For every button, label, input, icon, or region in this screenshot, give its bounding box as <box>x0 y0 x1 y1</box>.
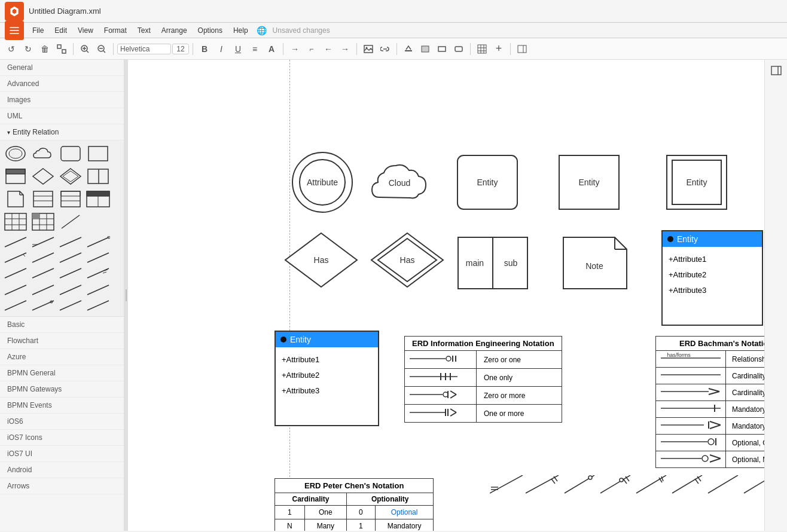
grid-button[interactable] <box>474 41 490 57</box>
menu-view[interactable]: View <box>73 25 98 36</box>
italic-button[interactable]: I <box>213 41 229 57</box>
er-line-1[interactable] <box>2 235 29 249</box>
er-shape-split[interactable] <box>85 166 111 187</box>
attribute-shape[interactable]: Attribute <box>289 149 355 215</box>
bold-button[interactable]: B <box>197 41 212 57</box>
menu-help[interactable]: Help <box>228 25 253 36</box>
zoom-in-button[interactable] <box>77 41 93 57</box>
note-shape[interactable]: Note <box>562 236 628 290</box>
er-line-5[interactable] <box>2 250 29 265</box>
er-shape-note[interactable] <box>2 188 29 210</box>
zoom-out-button[interactable] <box>94 41 109 57</box>
align-button[interactable]: ≡ <box>247 41 263 57</box>
font-color-button[interactable]: A <box>264 41 279 57</box>
menu-arrange[interactable]: Arrange <box>157 25 192 36</box>
er-shape-cloud[interactable] <box>30 143 56 164</box>
font-selector[interactable] <box>117 44 171 54</box>
er-shape-entity2[interactable] <box>85 143 111 164</box>
er-line-19[interactable] <box>57 298 84 313</box>
entity-attrs-shape-left[interactable]: Entity +Attribute1 +Attribute2 +Attribut… <box>274 331 379 426</box>
er-line-9[interactable] <box>2 266 29 280</box>
line-color-button[interactable] <box>401 41 416 57</box>
er-line-17[interactable] <box>2 298 29 313</box>
delete-button[interactable]: 🗑 <box>37 41 53 57</box>
er-shape-list2[interactable] <box>57 188 84 210</box>
er-line-16[interactable] <box>85 283 111 297</box>
er-shape-grid1[interactable] <box>2 211 29 233</box>
font-size[interactable] <box>172 44 189 54</box>
menu-file[interactable]: File <box>28 25 48 36</box>
er-line-12[interactable] <box>85 266 111 280</box>
sidebar-item-images[interactable]: Images <box>0 92 124 108</box>
entity-rounded-shape[interactable]: Entity <box>454 149 520 215</box>
arrow-left-button[interactable]: ← <box>321 41 336 57</box>
er-line-20[interactable] <box>85 298 111 313</box>
redo-button[interactable]: ↻ <box>20 41 36 57</box>
er-line-15[interactable] <box>57 283 84 297</box>
er-shape-entity1[interactable] <box>57 143 84 164</box>
right-panel-btn1[interactable] <box>768 62 785 79</box>
entity-attrs-shape-right[interactable]: Entity +Attribute1 +Attribute2 +Attribut… <box>661 230 763 326</box>
link-button[interactable] <box>377 41 393 57</box>
sidebar-item-arrows[interactable]: Arrows <box>0 478 124 494</box>
sidebar-item-ios6[interactable]: iOS6 <box>0 414 124 430</box>
sidebar-item-advanced[interactable]: Advanced <box>0 76 124 92</box>
underline-button[interactable]: U <box>230 41 246 57</box>
menu-format[interactable]: Format <box>99 25 132 36</box>
add-button[interactable]: + <box>491 41 507 57</box>
sidebar-item-ios7-ui[interactable]: iOS7 UI <box>0 446 124 462</box>
sidebar-item-bpmn-general[interactable]: BPMN General <box>0 365 124 381</box>
sidebar-item-ios7-icons[interactable]: iOS7 Icons <box>0 430 124 446</box>
er-line-4[interactable] <box>85 235 111 249</box>
menu-text[interactable]: Text <box>133 25 155 36</box>
er-line-14[interactable] <box>30 283 56 297</box>
split-entity-shape[interactable]: main sub <box>457 236 529 290</box>
chen-title: ERD Peter Chen's Notation <box>275 479 434 493</box>
diamond-double-shape[interactable]: Has <box>368 230 446 290</box>
sidebar-item-general[interactable]: General <box>0 60 124 76</box>
arrow-right2-button[interactable]: → <box>337 41 353 57</box>
menu-edit[interactable]: Edit <box>50 25 72 36</box>
er-shape-diamond2[interactable] <box>57 166 84 187</box>
panel-button[interactable] <box>514 41 530 57</box>
er-line-6[interactable] <box>30 250 56 265</box>
er-shape-diamond1[interactable] <box>30 166 56 187</box>
fill-button[interactable] <box>417 41 433 57</box>
sidebar-item-azure[interactable]: Azure <box>0 349 124 365</box>
image-button[interactable] <box>361 41 376 57</box>
sidebar-item-flowchart[interactable]: Flowchart <box>0 333 124 349</box>
entity-rect-shape[interactable]: Entity <box>556 149 622 215</box>
er-line-10[interactable] <box>30 266 56 280</box>
er-shape-entity-table[interactable] <box>2 166 29 187</box>
er-shape-grid2[interactable] <box>30 211 56 233</box>
canvas-wrapper[interactable]: Attribute Cloud Entity <box>128 60 764 531</box>
er-shape-attribute[interactable] <box>2 143 29 164</box>
undo-button[interactable]: ↺ <box>4 41 19 57</box>
er-shape-line-diag[interactable] <box>57 211 84 233</box>
er-line-7[interactable] <box>57 250 84 265</box>
er-shape-list1[interactable] <box>30 188 56 210</box>
er-line-8[interactable] <box>85 250 111 265</box>
rect2-button[interactable] <box>451 41 466 57</box>
er-line-3[interactable] <box>57 235 84 249</box>
sidebar-item-bpmn-events[interactable]: BPMN Events <box>0 398 124 414</box>
sidebar-item-uml[interactable]: UML <box>0 108 124 124</box>
arrow-right-button[interactable]: → <box>287 41 303 57</box>
sidebar-item-entity-relation[interactable]: ▾ Entity Relation <box>0 124 124 140</box>
cloud-shape[interactable]: Cloud <box>367 152 433 212</box>
canvas[interactable]: Attribute Cloud Entity <box>128 60 764 531</box>
menu-options[interactable]: Options <box>193 25 227 36</box>
rect1-button[interactable] <box>434 41 450 57</box>
sidebar-item-bpmn-gateways[interactable]: BPMN Gateways <box>0 381 124 398</box>
entity-double-rect-shape[interactable]: Entity <box>664 149 730 215</box>
er-line-2[interactable] <box>30 235 56 249</box>
fit-button[interactable] <box>54 41 69 57</box>
sidebar-item-android[interactable]: Android <box>0 462 124 478</box>
er-line-11[interactable] <box>57 266 84 280</box>
sidebar-item-basic[interactable]: Basic <box>0 317 124 333</box>
er-shape-table-wide[interactable] <box>85 188 111 210</box>
er-line-13[interactable] <box>2 283 29 297</box>
arrow-bend-button[interactable]: ⌐ <box>304 41 319 57</box>
er-line-18[interactable] <box>30 298 56 313</box>
diamond-single-shape[interactable]: Has <box>282 230 360 290</box>
